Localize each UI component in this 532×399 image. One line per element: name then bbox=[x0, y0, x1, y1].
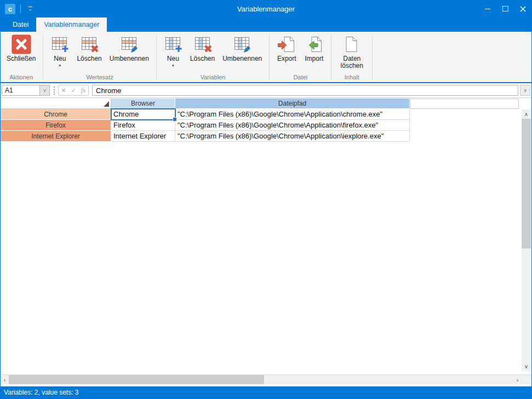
cancel-entry-button[interactable]: ✕ bbox=[59, 87, 68, 94]
import-button[interactable]: Import bbox=[300, 33, 328, 62]
select-all-corner[interactable] bbox=[1, 99, 111, 109]
table-column-delete-icon bbox=[194, 34, 211, 54]
cell-browser-firefox[interactable]: Firefox bbox=[111, 120, 175, 131]
table-row-delete-icon bbox=[81, 34, 98, 54]
formula-buttons: ✕ ✓ fx bbox=[58, 85, 89, 96]
maximize-icon bbox=[502, 6, 508, 11]
cell-browser-internet-explorer[interactable]: Internet Explorer bbox=[111, 131, 175, 142]
ribbon-group-variablen: Neu ▾ Löschen Umbenennen Variablen bbox=[158, 33, 268, 82]
table-column-add-icon bbox=[164, 34, 182, 54]
variablen-umbenennen-button[interactable]: Umbenennen bbox=[219, 33, 266, 62]
horizontal-scroll-track[interactable] bbox=[9, 375, 513, 384]
formula-bar-expand-icon[interactable]: ∨ bbox=[520, 85, 530, 96]
group-separator bbox=[331, 35, 331, 80]
column-header-dateipfad[interactable]: Dateipfad bbox=[175, 99, 410, 109]
export-icon bbox=[277, 34, 296, 54]
group-label-variablen: Variablen bbox=[201, 74, 226, 82]
vertical-scrollbar[interactable]: ∧ ∨ bbox=[522, 109, 531, 371]
new-column-placeholder[interactable] bbox=[410, 99, 519, 109]
titlebar-separator bbox=[20, 4, 21, 13]
quick-access-dropdown-icon[interactable]: ⌄ bbox=[26, 7, 35, 11]
maximize-button[interactable] bbox=[496, 1, 514, 17]
formula-input[interactable]: Chrome bbox=[92, 85, 518, 96]
ribbon-group-wertesatz: Neu ▾ Löschen Umbenennen Wertesatz bbox=[44, 33, 155, 82]
import-icon bbox=[304, 34, 324, 54]
minimize-button[interactable] bbox=[479, 1, 496, 17]
ribbon-group-inhalt: Daten löschen Inhalt bbox=[333, 33, 371, 82]
scroll-left-icon[interactable]: ‹ bbox=[1, 375, 9, 384]
ribbon-group-datei: Export Import Datei bbox=[271, 33, 330, 82]
close-action-icon bbox=[12, 34, 31, 54]
scroll-down-icon[interactable]: ∨ bbox=[522, 362, 531, 371]
status-bar: Variables: 2, value sets: 3 bbox=[1, 386, 531, 398]
group-label-inhalt: Inhalt bbox=[345, 74, 359, 82]
close-icon bbox=[520, 6, 526, 12]
row-header-firefox[interactable]: Firefox bbox=[1, 120, 111, 131]
group-separator bbox=[43, 35, 43, 80]
formula-bar-grip bbox=[54, 86, 55, 95]
export-button[interactable]: Export bbox=[273, 33, 300, 62]
cell-browser-chrome[interactable]: Chrome bbox=[111, 109, 175, 120]
table-row-add-icon bbox=[51, 34, 68, 54]
variablen-neu-button[interactable]: Neu ▾ bbox=[160, 33, 186, 68]
row-header-chrome[interactable]: Chrome bbox=[1, 109, 111, 120]
tab-variablenmanager[interactable]: Variablenmanager bbox=[36, 18, 107, 32]
group-label-aktionen: Aktionen bbox=[9, 74, 33, 82]
group-separator bbox=[372, 35, 373, 80]
select-all-triangle-icon bbox=[104, 101, 109, 107]
scrollbar-corner bbox=[522, 375, 531, 384]
group-separator bbox=[156, 35, 157, 80]
ribbon-group-aktionen: Schließen Aktionen bbox=[1, 33, 42, 82]
confirm-entry-button[interactable]: ✓ bbox=[68, 87, 78, 94]
wertesatz-umbenennen-button[interactable]: Umbenennen bbox=[106, 33, 153, 62]
group-separator bbox=[269, 35, 270, 80]
ribbon-tab-row: Datei Variablenmanager bbox=[1, 17, 531, 32]
wertesatz-neu-button[interactable]: Neu ▾ bbox=[47, 33, 73, 68]
cell-path-internet-explorer[interactable]: "C:\Program Files (x86)\Google\Chrome\Ap… bbox=[175, 131, 410, 142]
scroll-up-icon[interactable]: ∧ bbox=[522, 109, 531, 119]
window-title: Variablenmanager bbox=[1, 5, 531, 13]
dropdown-arrow-icon: ▾ bbox=[172, 63, 174, 68]
schliessen-button[interactable]: Schließen bbox=[3, 33, 39, 62]
tab-datei[interactable]: Datei bbox=[5, 18, 36, 32]
scroll-right-icon[interactable]: › bbox=[513, 375, 522, 384]
group-label-wertesatz: Wertesatz bbox=[86, 74, 113, 82]
cell-path-chrome[interactable]: "C:\Program Files (x86)\Google\Chrome\Ap… bbox=[175, 109, 410, 120]
wertesatz-loeschen-button[interactable]: Löschen bbox=[73, 33, 105, 62]
app-icon[interactable]: c bbox=[5, 4, 15, 14]
ribbon: Schließen Aktionen Neu ▾ Lös bbox=[1, 32, 531, 83]
insert-function-button[interactable]: fx bbox=[78, 86, 88, 95]
window-controls bbox=[479, 1, 531, 17]
close-window-button[interactable] bbox=[514, 1, 531, 17]
formula-bar: A1 ∨ ✕ ✓ fx Chrome ∨ bbox=[1, 83, 531, 98]
cell-path-firefox[interactable]: "C:\Program Files (x86)\Google\Chrome\Ap… bbox=[175, 120, 410, 131]
spreadsheet-grid: Browser Dateipfad Chrome Chrome "C:\Prog… bbox=[1, 98, 531, 374]
titlebar: c ⌄ Variablenmanager bbox=[1, 1, 531, 17]
variablenmanager-window: c ⌄ Variablenmanager Datei Variablenmana… bbox=[0, 0, 532, 399]
dropdown-arrow-icon: ▾ bbox=[59, 63, 61, 68]
column-header-browser[interactable]: Browser bbox=[111, 99, 175, 109]
horizontal-scrollbar[interactable]: ‹ › bbox=[1, 374, 531, 384]
cell-reference[interactable]: A1 bbox=[2, 86, 39, 94]
daten-loeschen-button[interactable]: Daten löschen bbox=[335, 33, 369, 70]
row-header-internet-explorer[interactable]: Internet Explorer bbox=[1, 131, 111, 142]
minimize-icon bbox=[485, 9, 490, 9]
group-label-datei: Datei bbox=[293, 74, 307, 82]
horizontal-scroll-thumb[interactable] bbox=[9, 375, 264, 384]
vertical-scroll-track[interactable] bbox=[522, 119, 531, 362]
table-column-rename-icon bbox=[233, 34, 251, 54]
namebox-dropdown-icon[interactable]: ∨ bbox=[39, 85, 49, 95]
variablen-loeschen-button[interactable]: Löschen bbox=[186, 33, 219, 62]
document-icon bbox=[345, 34, 359, 54]
vertical-scroll-thumb[interactable] bbox=[522, 119, 531, 248]
table-row-rename-icon bbox=[121, 34, 138, 54]
status-text: Variables: 2, value sets: 3 bbox=[4, 389, 79, 396]
cell-name-box[interactable]: A1 ∨ bbox=[2, 85, 50, 96]
